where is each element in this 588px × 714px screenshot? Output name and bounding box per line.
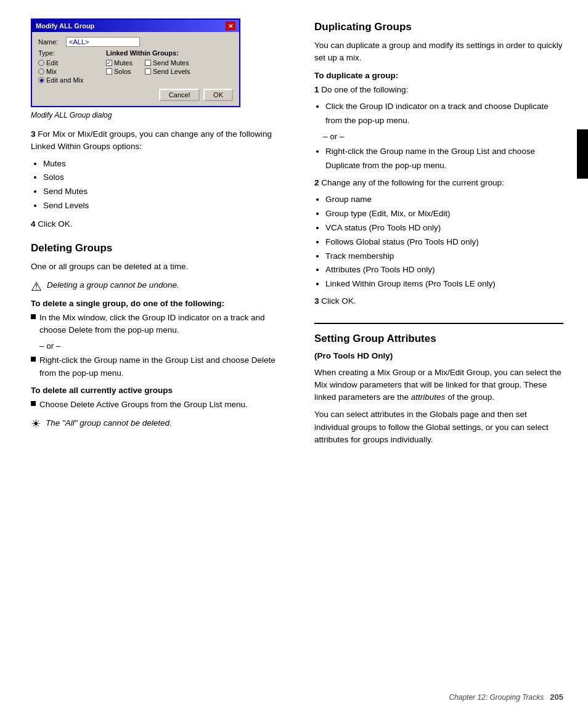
mutes-checkbox: ✓ <box>106 60 112 66</box>
checkbox-mutes[interactable]: ✓ Mutes <box>106 59 133 67</box>
tip-text: The "All" group cannot be deleted. <box>46 417 172 429</box>
attributes-italic: attributes <box>411 392 446 402</box>
checkbox-send-levels[interactable]: Send Levels <box>145 68 190 75</box>
dup-bullet-1: Click the Group ID indicator on a track … <box>325 100 563 128</box>
solos-label: Solos <box>114 68 131 75</box>
step-4-text: Click OK. <box>38 219 72 229</box>
radio-group: Edit Mix Edit and Mix <box>38 59 106 84</box>
setting-section: Setting Group Attributes (Pro Tools HD O… <box>314 323 563 447</box>
dialog-container: Modify ALL Group ✕ Name: <ALL> Type: <box>31 18 284 120</box>
send-levels-checkbox <box>145 68 151 75</box>
footer-text: Chapter 12: Grouping Tracks <box>449 693 544 702</box>
dup-step-1-text: Do one of the following: <box>321 85 408 94</box>
mutes-label: Mutes <box>114 59 133 67</box>
warning-block: ⚠ Deleting a group cannot be undone. <box>31 279 284 293</box>
dup-step-2-text: Change any of the following for the curr… <box>321 178 504 187</box>
linked-within-label: Linked Within Groups: <box>106 49 233 57</box>
or-divider-1: – or – <box>39 341 284 351</box>
sidebar-tab <box>577 129 588 179</box>
setting-heading: Setting Group Attributes <box>314 333 563 345</box>
dup-step-3-text: Click OK. <box>321 296 356 306</box>
duplicate-instruction: To duplicate a group: <box>314 71 563 80</box>
delete-single-heading: To delete a single group, do one of the … <box>31 299 284 308</box>
dup-step-3-num: 3 <box>314 296 321 306</box>
dialog-title: Modify ALL Group <box>36 22 94 30</box>
dup-step-3: 3 Click OK. <box>314 295 563 307</box>
dup-or-1: – or – <box>323 132 563 141</box>
dup-s2-b2: Group type (Edit, Mix, or Mix/Edit) <box>325 207 563 221</box>
bullet-solos: Solos <box>43 171 284 185</box>
dup-s2-b3: VCA status (Pro Tools HD only) <box>325 221 563 235</box>
delete-all-heading: To delete all currently active groups <box>31 386 284 395</box>
send-mutes-checkbox <box>145 60 151 66</box>
dialog-body: Name: <ALL> Type: <box>32 32 239 106</box>
dup-s2-b4: Follows Global status (Pro Tools HD only… <box>325 235 563 249</box>
page-footer: Chapter 12: Grouping Tracks 205 <box>449 692 563 702</box>
name-label: Name: <box>38 38 66 46</box>
setting-para2: You can select attributes in the Globals… <box>314 408 563 446</box>
dialog-buttons: Cancel OK <box>38 89 233 101</box>
square-bullet-icon-1 <box>31 314 36 319</box>
step-4: 4 Click OK. <box>31 218 284 230</box>
dup-bullets-2: Right-click the Group name in the Group … <box>325 145 563 173</box>
radio-mix[interactable]: Mix <box>38 68 106 75</box>
radio-edit-dot <box>38 60 44 66</box>
delete-all-bullet: Choose Delete Active Groups from the Gro… <box>31 399 284 411</box>
tip-icon: ☀ <box>31 417 41 431</box>
step-3-text: For Mix or Mix/Edit groups, you can chan… <box>31 129 272 151</box>
left-column: Modify ALL Group ✕ Name: <ALL> Type: <box>0 18 302 689</box>
dup-step-2: 2 Change any of the following for the cu… <box>314 177 563 189</box>
setting-subtitle: (Pro Tools HD Only) <box>314 351 563 360</box>
deleting-heading: Deleting Groups <box>31 242 284 254</box>
dup-step-1-num: 1 <box>314 85 321 94</box>
delete-bullet-2-text: Right-click the Group name in the Group … <box>39 354 284 379</box>
solos-checkbox <box>106 68 112 75</box>
radio-edit[interactable]: Edit <box>38 59 106 67</box>
page-number: 205 <box>550 692 563 702</box>
checkbox-send-mutes[interactable]: Send Mutes <box>145 59 190 67</box>
ok-button[interactable]: OK <box>203 89 233 101</box>
radio-edit-and-mix[interactable]: Edit and Mix <box>38 76 106 84</box>
type-section: Type: Edit Mix <box>38 49 106 84</box>
bullet-send-levels: Send Levels <box>43 199 284 213</box>
dialog-options-area: Type: Edit Mix <box>38 49 233 84</box>
radio-edit-label: Edit <box>46 59 58 67</box>
duplicating-heading: Duplicating Groups <box>314 21 563 33</box>
cancel-button[interactable]: Cancel <box>159 89 200 101</box>
dup-s2-b7: Linked Within Group items (Pro Tools LE … <box>325 277 563 291</box>
checkbox-solos[interactable]: Solos <box>106 68 133 75</box>
dialog-caption: Modify ALL Group dialog <box>31 111 284 120</box>
dup-step-2-num: 2 <box>314 178 321 187</box>
linked-within-section: Linked Within Groups: ✓ Mutes <box>106 49 233 84</box>
setting-para1: When creating a Mix Group or a Mix/Edit … <box>314 367 563 404</box>
deleting-intro: One or all groups can be deleted at a ti… <box>31 261 284 273</box>
step-4-num: 4 <box>31 219 38 229</box>
type-label-row: Type: <box>38 49 106 57</box>
linked-cols: ✓ Mutes Solos <box>106 59 233 75</box>
deleting-section: Deleting Groups One or all groups can be… <box>31 242 284 431</box>
delete-all-text: Choose Delete Active Groups from the Gro… <box>39 399 248 411</box>
dup-s2-b1: Group name <box>325 193 563 207</box>
warning-text: Deleting a group cannot be undone. <box>47 279 179 291</box>
dup-s2-b5: Track membership <box>325 249 563 264</box>
delete-bullet-2: Right-click the Group name in the Group … <box>31 354 284 379</box>
send-levels-label: Send Levels <box>153 68 190 75</box>
name-input[interactable]: <ALL> <box>66 37 140 47</box>
dialog-close-button[interactable]: ✕ <box>226 22 235 30</box>
warning-icon: ⚠ <box>31 280 42 293</box>
tip-block: ☀ The "All" group cannot be deleted. <box>31 417 284 431</box>
radio-edit-and-mix-dot <box>38 77 44 83</box>
dup-step2-bullets: Group name Group type (Edit, Mix, or Mix… <box>325 193 563 292</box>
square-bullet-icon-2 <box>31 357 36 362</box>
send-mutes-label: Send Mutes <box>153 59 189 67</box>
radio-mix-dot <box>38 68 44 75</box>
square-bullet-icon-3 <box>31 401 36 406</box>
delete-bullet-1-text: In the Mix window, click the Group ID in… <box>39 312 284 337</box>
step-3: 3 For Mix or Mix/Edit groups, you can ch… <box>31 128 284 153</box>
step-3-num: 3 <box>31 129 38 139</box>
radio-mix-label: Mix <box>46 68 57 75</box>
dup-bullets: Click the Group ID indicator on a track … <box>325 100 563 128</box>
dialog-name-row: Name: <ALL> <box>38 37 233 47</box>
duplicating-intro: You can duplicate a group and modify its… <box>314 39 563 65</box>
step-3-bullets: Mutes Solos Send Mutes Send Levels <box>43 157 284 214</box>
